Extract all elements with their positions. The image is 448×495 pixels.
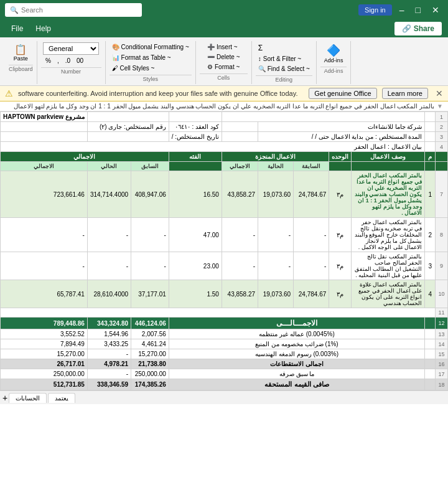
- ribbon-cells-group: ➕ Insert ~ ➖ Delete ~ ⚙ Format ~ Cells: [196, 41, 252, 84]
- format-as-table-button[interactable]: 📊 Format as Table ~: [110, 53, 174, 62]
- info-banner: ▼ بالمتر المكعب اعمال الحفر في جميع انوا…: [0, 101, 448, 111]
- dec-dec-button[interactable]: 00: [74, 56, 86, 65]
- empty-2b: [222, 122, 258, 132]
- cells-label: Cells: [200, 73, 248, 81]
- cell-styles-button[interactable]: 🖌 Cell Styles ~: [110, 64, 157, 73]
- security-close-button[interactable]: ✕: [436, 88, 443, 98]
- row1-unit: م٣: [329, 171, 352, 218]
- restore-button[interactable]: □: [412, 4, 424, 16]
- code-label: [169, 112, 222, 122]
- row1-total-qty: 43,858.27: [222, 171, 258, 218]
- paste-button[interactable]: 📋 Paste: [10, 42, 32, 63]
- search-input[interactable]: [21, 6, 133, 14]
- project-name: [222, 112, 424, 122]
- get-genuine-button[interactable]: Get genuine Office: [309, 88, 377, 99]
- table-row: 9 3 بالمتر المكعب نقل تالج الحفر لصالح ص…: [1, 252, 448, 280]
- ds-prev: 21,738.80: [131, 359, 169, 369]
- addins-button[interactable]: 🔷 Add-ins: [320, 42, 347, 65]
- fr-label: صافى القيمه المستحقه: [169, 379, 425, 390]
- empty-3: [425, 132, 436, 142]
- empty-3c: [87, 132, 169, 142]
- d1-m: [425, 329, 436, 339]
- row1-curr-total: 314,714.4000: [87, 171, 131, 218]
- ribbon-number-group: General % , .0 00 Number: [37, 41, 106, 84]
- th-curr-qty: الحالية: [258, 162, 294, 171]
- account-label: كود العقد : ٠٦٤١٠: [169, 122, 222, 132]
- number-format-select[interactable]: General: [43, 42, 99, 55]
- th-m: م: [425, 152, 436, 162]
- ribbon-addins-group: 🔷 Add-ins Add-ins: [317, 41, 352, 84]
- learn-more-button[interactable]: Learn more: [382, 88, 428, 99]
- delete-button[interactable]: ➖ Delete ~: [205, 52, 243, 62]
- th-total: الاجمالي: [1, 152, 169, 162]
- row3-grand-total: -: [1, 252, 88, 280]
- share-button[interactable]: 🔗 Share: [394, 22, 442, 35]
- comma-button[interactable]: ,: [55, 56, 62, 65]
- row2-curr-total: -: [87, 218, 131, 252]
- sign-in-button[interactable]: Sign in: [358, 4, 392, 16]
- row4-curr-total: 28,610.4000: [87, 280, 131, 308]
- th-desc: وصف الاعمال: [352, 152, 425, 162]
- ribbon-styles-group: 🎨 Conditional Formatting ~ 📊 Format as T…: [106, 41, 196, 84]
- close-button[interactable]: ✕: [428, 4, 443, 16]
- menu-help[interactable]: Help: [30, 22, 56, 35]
- th-curr-total: الحالي: [87, 162, 131, 171]
- find-select-button[interactable]: 🔍 Find & Select ~: [256, 64, 312, 73]
- d3-grand: 15,270.00: [1, 349, 88, 359]
- th-rownum: [436, 152, 448, 162]
- th-total-qty: الاجمالي: [222, 162, 258, 171]
- row4-unit: م٣: [329, 280, 352, 308]
- spreadsheet-area[interactable]: 1 مشروع HAPTOWN parkview 2 شركة جاما للا…: [0, 111, 448, 390]
- project-row4: 4 بيان الاعمال : اعمال الحفر: [1, 142, 448, 152]
- d2-m: [425, 339, 436, 349]
- row1-desc: بالمتر المكعب اعمال الحفر في جميع انواع …: [352, 171, 425, 218]
- sum-button[interactable]: Σ: [256, 42, 265, 54]
- th-rate: الفئه: [169, 152, 222, 162]
- warning-icon: ⚠: [5, 88, 13, 98]
- row-16-num: 16: [436, 359, 448, 369]
- main-table: 1 مشروع HAPTOWN parkview 2 شركة جاما للا…: [0, 111, 448, 390]
- clipboard-label: Clipboard: [9, 65, 33, 72]
- row3-curr-qty: -: [258, 252, 294, 280]
- row-10-num: 10: [436, 280, 448, 308]
- dec-inc-button[interactable]: .0: [63, 56, 73, 65]
- row2-desc: بالمتر المكعب اعمال حفر في تربه صخريه ون…: [352, 218, 425, 252]
- format-button[interactable]: ⚙ Format ~: [205, 62, 243, 72]
- d3-label: (0.003%) رسوم الدمغه الهندسيه: [169, 349, 425, 359]
- th-sub-desc: [352, 162, 425, 171]
- ds-grand: 26,717.01: [1, 359, 88, 369]
- fr-grand: 512,731.85: [1, 379, 88, 390]
- conditional-formatting-button[interactable]: 🎨 Conditional Formatting ~: [110, 42, 192, 52]
- th-sub-m: [425, 162, 436, 171]
- add-sheet-button[interactable]: +: [2, 393, 7, 403]
- prev-paid-row: 17 ما سبق صرفه 250,000.00 - 250,000.00: [1, 369, 448, 379]
- row-num-1: 1: [436, 112, 448, 122]
- th-prev-qty: السابقة: [294, 162, 329, 171]
- deduction-subtotal-row: 16 اجمالى الاستقطاعات 21,738.80 4,978.21…: [1, 359, 448, 369]
- table-header-row1: م وصف الاعمال الوحده الاعمال المنجزة الف…: [1, 152, 448, 162]
- sheet-tab-hisabat[interactable]: الحسابات: [9, 393, 47, 403]
- d2-curr: 3,433.25: [87, 339, 131, 349]
- sheet-tab-yatamad[interactable]: يعتمد: [48, 393, 75, 403]
- project-row2: 2 شركة جاما للانشاءات كود العقد : ٠٦٤١٠ …: [1, 122, 448, 132]
- row4-grand-total: 65,787.41: [1, 280, 88, 308]
- percent-button[interactable]: %: [43, 56, 54, 65]
- date-label: تاريخ المستخلص: /: [169, 132, 222, 142]
- sort-filter-button[interactable]: ↕ Sort & Filter ~: [256, 54, 304, 64]
- search-box[interactable]: 🔍: [5, 3, 142, 17]
- number-label: Number: [41, 67, 101, 75]
- empty-3d: [1, 132, 88, 142]
- d2-label: (1%) ضرائب مخصومه من المنبع: [169, 339, 425, 349]
- row4-prev-total: 37,177.01: [131, 280, 169, 308]
- insert-button[interactable]: ➕ Insert ~: [205, 42, 243, 52]
- row1-m: 1: [425, 171, 436, 218]
- row1-curr-qty: 19,073.60: [258, 171, 294, 218]
- row-num-4: 4: [436, 142, 448, 152]
- row-18-num: 18: [436, 379, 448, 390]
- row2-curr-qty: -: [258, 218, 294, 252]
- menu-file[interactable]: File: [6, 22, 28, 35]
- row3-unit: م٣: [329, 252, 352, 280]
- minimize-button[interactable]: –: [396, 4, 408, 16]
- pp-m: [425, 369, 436, 379]
- empty-2: [425, 122, 436, 132]
